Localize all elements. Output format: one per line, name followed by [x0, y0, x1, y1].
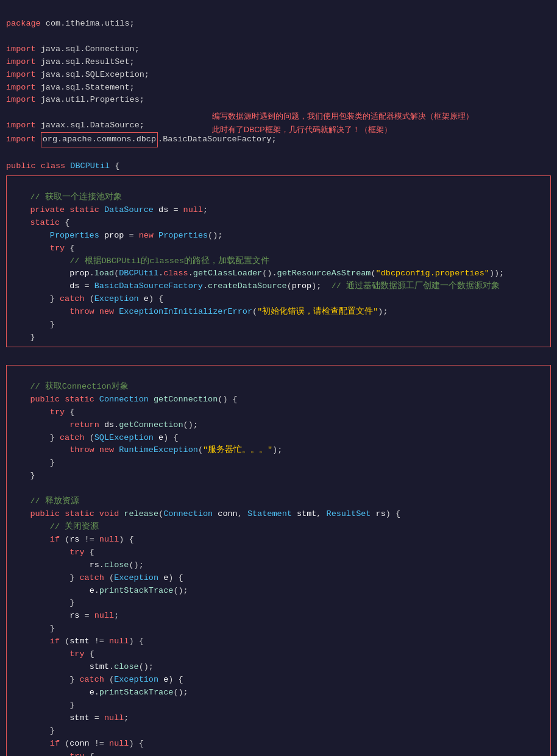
import-4: import java.sql.Statement;	[6, 83, 135, 92]
static-block: static {	[10, 218, 69, 227]
catch-stmt: } catch (Exception e) {	[10, 675, 183, 684]
code-editor: package com.itheima.utils; import java.s…	[6, 5, 551, 173]
prop-load: prop.load(DBCPUtil.class.getClassLoader(…	[10, 269, 504, 278]
field-ds: private static DataSource ds = null;	[10, 205, 208, 214]
rs-print-stack: e.printStackTrace();	[10, 586, 188, 595]
prop-new: Properties prop = new Properties();	[10, 231, 222, 240]
if-conn: if (conn != null) {	[10, 739, 144, 748]
close-static: }	[10, 333, 35, 342]
code-between	[6, 350, 551, 362]
close-if-stmt: }	[10, 726, 55, 735]
try-open: try {	[10, 244, 74, 253]
stmt-close: stmt.close();	[10, 662, 154, 671]
release-decl: public static void release(Connection co…	[10, 509, 400, 518]
comment-load-props: // 根据DBCPUtil的classes的路径，加载配置文件	[10, 256, 269, 266]
close-catch-stmt: }	[10, 701, 74, 710]
comment-release: // 释放资源	[10, 496, 79, 506]
try-conn: try {	[10, 408, 74, 417]
catch-rs: } catch (Exception e) {	[10, 573, 183, 582]
get-connection-decl: public static Connection getConnection()…	[10, 395, 238, 404]
stmt-null: stmt = null;	[10, 713, 129, 722]
close-try-conn: }	[10, 458, 55, 467]
return-conn: return ds.getConnection();	[10, 420, 198, 429]
import-5: import java.util.Properties;	[6, 95, 144, 104]
section-box-1: // 获取一个连接池对象 private static DataSource d…	[6, 175, 551, 347]
package-line: package com.itheima.utils;	[6, 19, 135, 28]
comment-get-pool: // 获取一个连接池对象	[10, 193, 122, 202]
try-conn2: try {	[10, 752, 94, 756]
if-rs: if (rs != null) {	[10, 535, 134, 544]
catch-sql: } catch (SQLException e) {	[10, 433, 179, 442]
import-2: import java.sql.ResultSet;	[6, 57, 135, 66]
annotation-bubble: 编写数据源时遇到的问题，我们使用包装类的适配器模式解决（框架原理）此时有了DBC…	[212, 110, 474, 136]
throw-runtime: throw new RuntimeException("服务器忙。。。");	[10, 445, 282, 454]
rs-close: rs.close();	[10, 560, 144, 570]
if-stmt: if (stmt != null) {	[10, 637, 144, 646]
close-catch-rs: }	[10, 598, 74, 607]
throw-init-error: throw new ExceptionInInitializerError("初…	[10, 307, 388, 316]
ds-assign: ds = BasicDataSourceFactory.createDataSo…	[10, 281, 500, 291]
import-javax: import javax.sql.DataSource; 编写数据源时遇到的问题…	[6, 121, 194, 130]
catch-exception: } catch (Exception e) {	[10, 294, 163, 303]
close-get-connection: }	[10, 471, 35, 480]
rs-null: rs = null;	[10, 611, 119, 620]
comment-close-res: // 关闭资源	[10, 522, 99, 531]
try-rs: try {	[10, 548, 94, 557]
close-if-rs: }	[10, 624, 55, 633]
import-3: import java.sql.SQLException;	[6, 70, 149, 79]
section-box-2: // 获取Connection对象 public static Connecti…	[6, 365, 551, 756]
class-declaration: public class DBCPUtil {	[6, 161, 119, 171]
import-1: import java.sql.Connection;	[6, 44, 140, 54]
stmt-print-stack: e.printStackTrace();	[10, 688, 188, 697]
try-stmt: try {	[10, 649, 94, 659]
close-catch: }	[10, 320, 55, 329]
comment-get-connection: // 获取Connection对象	[10, 382, 129, 391]
